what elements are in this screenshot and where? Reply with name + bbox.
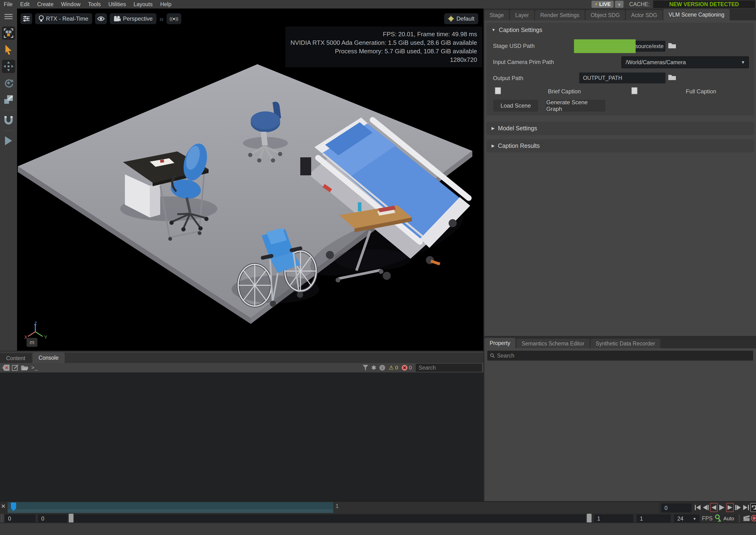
tab-property[interactable]: Property (485, 338, 516, 348)
warning-filter-icon[interactable]: ⚠ (389, 364, 394, 371)
console-search-input[interactable] (419, 365, 479, 371)
property-search-input[interactable] (497, 352, 750, 359)
bottom-strip (0, 522, 756, 535)
toolbar-overflow-chevron[interactable]: » (159, 14, 164, 23)
menu-edit[interactable]: Edit (16, 1, 33, 8)
caption-settings-header[interactable]: ▼ Caption Settings (486, 23, 754, 33)
play-forward-button[interactable] (718, 503, 726, 512)
info-filter-icon[interactable]: i (379, 365, 385, 371)
menu-utilities[interactable]: Utilities (104, 1, 130, 8)
tab-content[interactable]: Content (0, 353, 32, 363)
viewport-toolbar: RTX - Real-Time Perspective » ((●)) (20, 13, 181, 24)
input-camera-dropdown[interactable]: /World/Cameras/Camera ▼ (621, 56, 749, 68)
menu-help[interactable]: Help (156, 1, 175, 8)
live-label: LIVE (599, 1, 611, 7)
property-tab-bar: Property Semantics Schema Editor Synthet… (485, 337, 756, 348)
property-search[interactable] (487, 351, 753, 361)
tab-synthetic-data-recorder[interactable]: Synthetic Data Recorder (591, 339, 660, 348)
input-camera-value: /World/Cameras/Camera (626, 59, 686, 66)
range-end-field[interactable]: 1 (636, 514, 671, 523)
go-to-end-button[interactable] (742, 503, 750, 512)
tab-vlm-scene-captioning[interactable]: VLM Scene Captioning (663, 9, 729, 20)
range-slider-right-handle[interactable] (587, 514, 592, 523)
range-slider-left-handle[interactable] (69, 514, 73, 523)
range-start-field[interactable]: 0 (5, 514, 36, 523)
unit-badge[interactable]: m (27, 338, 38, 347)
model-settings-section[interactable]: ▶ Model Settings (486, 122, 754, 135)
edit-script-button[interactable] (12, 365, 18, 371)
fps-dropdown[interactable]: 24 ▼ (674, 514, 700, 523)
prev-keyframe-button[interactable] (710, 503, 717, 512)
move-tool-button[interactable] (2, 60, 15, 73)
output-path-field[interactable]: OUTPUT_PATH (579, 72, 665, 83)
output-path-folder-icon[interactable] (668, 73, 676, 81)
next-keyframe-button[interactable] (726, 503, 734, 512)
tab-layer[interactable]: Layer (510, 10, 534, 20)
console-output[interactable] (0, 373, 484, 501)
stage-usd-path-folder-icon[interactable] (668, 42, 676, 49)
clapperboard-icon[interactable] (743, 515, 750, 521)
verbose-filter-icon[interactable]: ✱ (371, 364, 376, 372)
record-button[interactable] (751, 515, 756, 521)
brief-caption-checkbox[interactable] (495, 87, 501, 94)
tab-console[interactable]: Console (33, 352, 65, 363)
tab-actor-sdg[interactable]: Actor SDG (626, 10, 662, 20)
menu-create[interactable]: Create (33, 1, 57, 8)
play-button[interactable] (2, 134, 15, 147)
capture-signal-button[interactable]: ((●)) (167, 13, 181, 24)
rotate-tool-button[interactable] (2, 76, 15, 90)
auto-key-icon[interactable] (714, 514, 722, 522)
lighting-mode-selector[interactable]: Default (444, 13, 478, 24)
toolbar-menu-icon[interactable] (2, 10, 15, 23)
console-search[interactable] (416, 364, 482, 372)
filter-icon[interactable] (363, 365, 368, 371)
caption-results-section[interactable]: ▶ Caption Results (486, 139, 754, 153)
menu-layouts[interactable]: Layouts (130, 1, 156, 8)
timeline-track[interactable]: 1 (8, 502, 659, 513)
playback-start-field[interactable]: 0 (38, 514, 68, 523)
right-panel-tab-bar: Stage Layer Render Settings Object SDG A… (485, 9, 756, 20)
clear-console-button[interactable] (2, 365, 10, 371)
snap-tool-button[interactable] (2, 114, 15, 127)
axis-y-label: Y (44, 335, 47, 340)
live-sync-button[interactable]: ⚡ LIVE (592, 1, 614, 8)
tab-render-settings[interactable]: Render Settings (535, 10, 585, 20)
current-frame-field[interactable]: 0 (661, 503, 691, 513)
lightning-bolt-icon: ⚡ (594, 1, 598, 7)
timeline-end-marker: 1 (336, 503, 339, 509)
load-scene-button[interactable]: Load Scene (493, 100, 538, 111)
visibility-button[interactable] (95, 13, 107, 24)
select-tool-button[interactable] (2, 43, 15, 56)
live-dropdown-button[interactable]: ∨ (615, 1, 624, 8)
menu-window[interactable]: Window (57, 1, 84, 8)
generate-scene-graph-button[interactable]: Generate Scene Graph (546, 100, 605, 111)
renderer-selector[interactable]: RTX - Real-Time (35, 13, 92, 24)
cache-label: CACHE: (629, 1, 650, 8)
terminal-prompt-icon[interactable]: >_ (31, 365, 38, 371)
selection-mode-button[interactable] (2, 27, 15, 40)
timeline-grip[interactable] (0, 514, 4, 522)
timeline-close-button[interactable]: ✕ (1, 503, 6, 510)
right-panel: Stage Layer Render Settings Object SDG A… (484, 9, 756, 501)
go-to-start-button[interactable] (694, 503, 702, 512)
omniverse-window: File Edit Create Window Tools Utilities … (0, 0, 756, 535)
viewport[interactable]: RTX - Real-Time Perspective » ((●)) Defa… (17, 9, 484, 351)
open-log-folder-button[interactable] (21, 365, 28, 371)
tab-object-sdg[interactable]: Object SDG (586, 10, 625, 20)
lighting-mode-label: Default (457, 15, 474, 22)
menu-tools[interactable]: Tools (84, 1, 105, 8)
scale-tool-button[interactable] (2, 93, 15, 106)
viewport-settings-button[interactable] (20, 13, 32, 24)
menu-file[interactable]: File (0, 1, 16, 8)
range-slider-track[interactable] (74, 514, 586, 523)
auto-mode-button[interactable]: Auto (721, 514, 737, 523)
next-frame-button[interactable] (734, 503, 742, 512)
playback-end-field[interactable]: 1 (594, 514, 633, 523)
prev-frame-button[interactable] (702, 503, 710, 512)
error-filter-icon[interactable] (402, 365, 407, 371)
tab-stage[interactable]: Stage (485, 10, 509, 20)
camera-selector[interactable]: Perspective (110, 13, 156, 24)
full-caption-checkbox[interactable] (631, 87, 637, 94)
loop-playback-button[interactable] (750, 503, 756, 512)
tab-semantics-schema-editor[interactable]: Semantics Schema Editor (517, 339, 590, 348)
